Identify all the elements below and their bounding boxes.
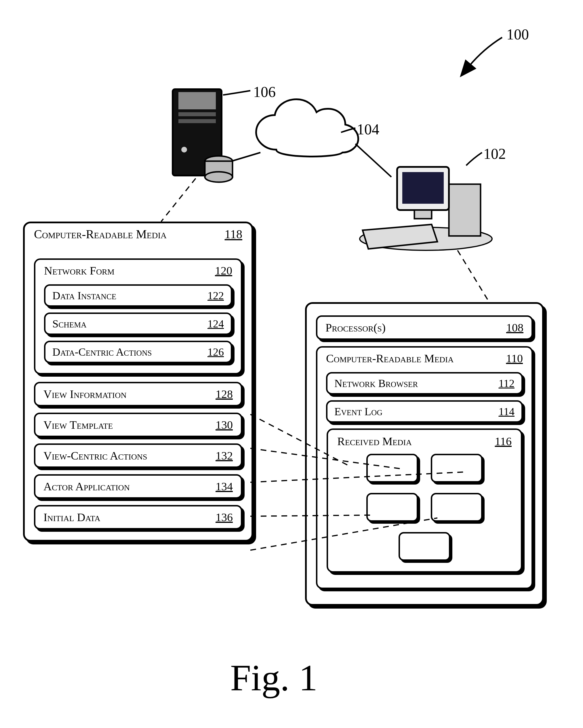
ref-128: 128 xyxy=(215,387,233,401)
ref-132: 132 xyxy=(215,449,233,462)
network-form-subpanel: Network Form 120 Data Instance 122 Schem… xyxy=(34,258,242,374)
received-media-cell xyxy=(431,454,483,483)
ref-134: 134 xyxy=(215,480,233,493)
ref-126: 126 xyxy=(208,345,224,358)
data-instance-label: Data Instance xyxy=(52,289,116,302)
svg-rect-12 xyxy=(414,210,432,219)
received-media-box: Received Media 116 xyxy=(326,428,522,573)
svg-point-7 xyxy=(205,172,233,182)
network-form-title: Network Form 120 xyxy=(35,261,241,279)
ref-104: 104 xyxy=(357,121,379,138)
ref-100: 100 xyxy=(506,26,529,43)
initial-data-label: Initial Data xyxy=(44,511,100,524)
svg-rect-10 xyxy=(397,167,449,210)
view-template-item: View Template 130 xyxy=(34,413,242,437)
server-media-title-text: Computer-Readable Media xyxy=(34,227,167,241)
svg-rect-6 xyxy=(205,161,233,177)
cloud-icon xyxy=(256,99,358,157)
event-log-item: Event Log 114 xyxy=(326,400,523,423)
dc-actions-item: Data-Centric Actions 126 xyxy=(44,341,232,363)
event-log-label: Event Log xyxy=(335,405,382,418)
ref-110: 110 xyxy=(506,352,523,365)
client-media-title: Computer-Readable Media 110 xyxy=(317,349,531,366)
server-media-title: Computer-Readable Media 118 xyxy=(25,223,251,243)
svg-rect-9 xyxy=(449,184,481,236)
received-media-cell xyxy=(366,454,418,483)
ref-106: 106 xyxy=(253,83,276,100)
schema-label: Schema xyxy=(52,317,87,330)
data-instance-item: Data Instance 122 xyxy=(44,284,232,307)
ref-136: 136 xyxy=(215,511,233,524)
svg-rect-2 xyxy=(178,112,216,116)
client-media-label: Computer-Readable Media xyxy=(326,352,454,365)
ref-116: 116 xyxy=(495,435,512,448)
ref-122: 122 xyxy=(208,289,224,302)
dc-actions-label: Data-Centric Actions xyxy=(52,345,152,358)
svg-point-5 xyxy=(205,156,233,166)
figure-label: Fig. 1 xyxy=(230,656,317,699)
svg-rect-3 xyxy=(178,119,216,123)
client-media-subpanel: Computer-Readable Media 110 Network Brow… xyxy=(316,346,533,589)
svg-rect-11 xyxy=(402,172,444,204)
network-browser-item: Network Browser 112 xyxy=(326,372,523,394)
ref-118: 118 xyxy=(225,227,242,241)
svg-point-8 xyxy=(360,227,492,250)
server-media-panel: Computer-Readable Media 118 Network Form… xyxy=(23,222,253,542)
view-info-item: View Information 128 xyxy=(34,382,242,406)
ref-130: 130 xyxy=(215,418,233,432)
received-media-cell xyxy=(431,493,483,522)
processors-label: Processor(s) xyxy=(325,321,386,334)
svg-point-4 xyxy=(181,147,187,153)
ref-112: 112 xyxy=(498,377,514,390)
schema-item: Schema 124 xyxy=(44,312,232,335)
initial-data-item: Initial Data 136 xyxy=(34,505,242,529)
received-media-cell xyxy=(399,532,450,561)
received-media-grid xyxy=(334,451,515,564)
actor-app-item: Actor Application 134 xyxy=(34,474,242,499)
ref-124: 124 xyxy=(208,317,224,330)
received-media-label: Received Media xyxy=(337,435,412,448)
server-icon xyxy=(173,89,233,182)
vc-actions-item: View-Centric Actions 132 xyxy=(34,443,242,468)
vc-actions-label: View-Centric Actions xyxy=(44,449,147,462)
ref-120: 120 xyxy=(215,264,232,277)
view-info-label: View Information xyxy=(44,387,127,401)
received-media-title: Received Media 116 xyxy=(334,433,515,451)
network-browser-label: Network Browser xyxy=(335,377,418,390)
figure-canvas: Computer-Readable Media 118 Network Form… xyxy=(0,0,583,728)
svg-rect-0 xyxy=(173,89,221,176)
svg-rect-1 xyxy=(178,92,216,109)
client-panel: Processor(s) 108 Computer-Readable Media… xyxy=(305,302,544,606)
ref-114: 114 xyxy=(498,405,514,418)
network-form-label: Network Form xyxy=(44,264,114,277)
view-template-label: View Template xyxy=(44,418,113,432)
client-pc-icon xyxy=(360,167,492,250)
ref-108: 108 xyxy=(506,321,524,334)
received-media-cell xyxy=(366,493,418,522)
actor-app-label: Actor Application xyxy=(44,480,130,493)
ref-102: 102 xyxy=(483,145,506,162)
processors-item: Processor(s) 108 xyxy=(316,315,533,340)
